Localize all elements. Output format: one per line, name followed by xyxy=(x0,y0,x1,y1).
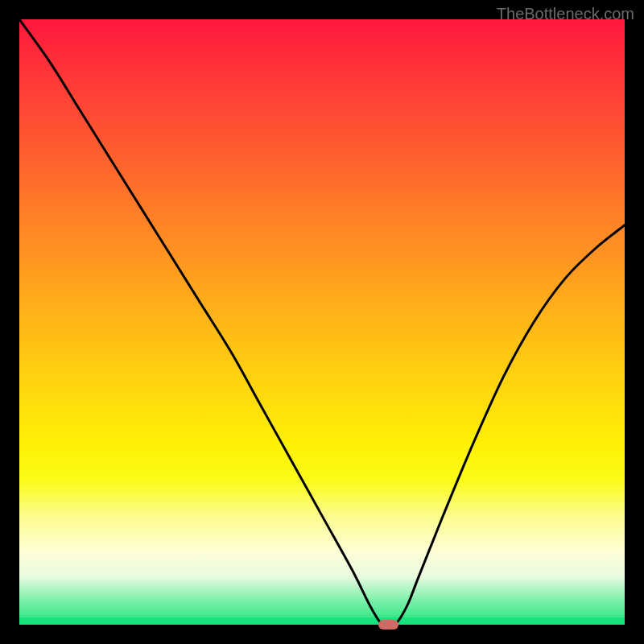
plot-area xyxy=(19,19,625,625)
bottleneck-curve xyxy=(19,19,625,625)
watermark-text: TheBottleneck.com xyxy=(497,5,634,23)
curve-svg xyxy=(19,19,625,625)
minimum-marker xyxy=(378,620,399,630)
